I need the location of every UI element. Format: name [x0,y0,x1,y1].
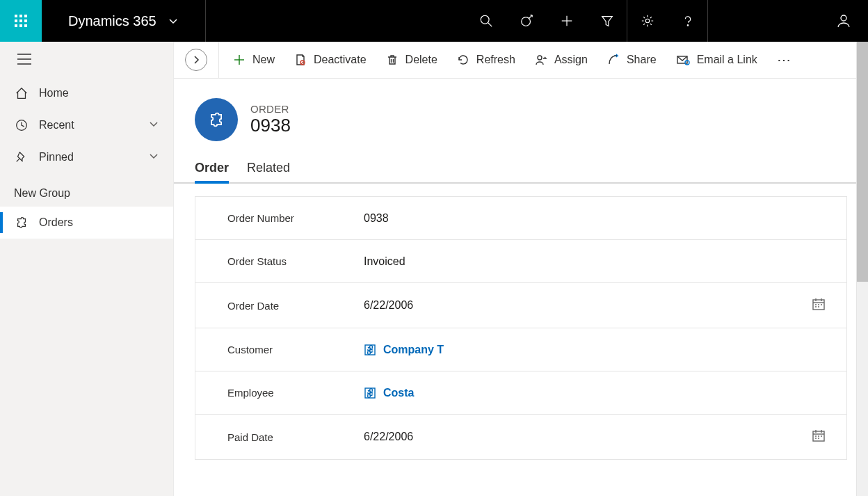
deactivate-button[interactable]: Deactivate [284,48,376,72]
lookup-link[interactable]: Company T [383,344,444,356]
topbar-actions [466,0,868,42]
calendar-icon[interactable] [812,297,826,314]
command-label: New [252,54,275,66]
sidebar-item-orders[interactable]: Orders [0,207,173,239]
brand-title[interactable]: Dynamics 365 [42,0,206,42]
person-icon [836,13,851,29]
sidebar-item-label: Home [39,87,69,99]
sidebar-group-label: New Group [0,173,173,207]
chevron-down-icon [148,150,159,164]
search-button[interactable] [466,0,506,42]
field-order-status[interactable]: Order Status Invoiced [195,240,846,283]
record-avatar [195,98,238,141]
command-bar: New Deactivate Delete Refresh Assign Sha… [174,42,868,79]
settings-button[interactable] [627,0,668,42]
email-link-button[interactable]: Email a Link [666,48,767,72]
scrollbar[interactable] [856,42,868,496]
svg-line-10 [488,23,492,26]
svg-rect-8 [24,24,27,27]
svg-rect-3 [15,19,17,22]
svg-rect-2 [24,15,27,17]
hamburger-icon [17,53,32,65]
sitemap-toggle-button[interactable] [0,53,173,77]
svg-marker-17 [602,17,612,26]
puzzle-icon [14,215,29,230]
form-panel: Order Number 0938 Order Status Invoiced … [195,196,847,460]
record-title: 0938 [250,115,291,136]
puzzle-icon [207,111,225,129]
command-bar-separator [218,42,219,79]
svg-rect-0 [15,15,17,17]
tab-label: Order [195,161,229,175]
sidebar-item-pinned[interactable]: Pinned [0,141,173,173]
new-button[interactable]: New [223,48,284,72]
clock-icon [14,118,29,133]
field-value: 6/22/2006 [364,431,413,443]
field-order-date[interactable]: Order Date 6/22/2006 [195,283,846,328]
assign-button[interactable]: Assign [525,48,597,72]
record-header: ORDER 0938 [174,79,868,155]
user-profile-button[interactable] [708,0,868,42]
advanced-find-button[interactable] [587,0,627,42]
deactivate-icon [294,54,307,66]
field-order-number[interactable]: Order Number 0938 [195,197,846,240]
svg-point-9 [481,15,489,24]
trash-icon [386,54,399,66]
home-icon [14,86,29,101]
share-button[interactable]: Share [597,48,666,72]
field-customer[interactable]: Customer Company T [195,328,846,371]
lookup-link[interactable]: Costa [383,387,414,399]
field-label: Order Status [227,255,364,267]
search-icon [479,14,493,28]
help-button[interactable] [668,0,708,42]
field-employee[interactable]: Employee Costa [195,371,846,415]
command-label: Refresh [476,54,515,66]
plus-icon [233,54,246,66]
sidebar-item-label: Recent [39,119,74,131]
assign-icon [535,54,547,66]
command-label: Delete [405,54,437,66]
sidebar-item-home[interactable]: Home [0,77,173,109]
quick-create-button[interactable] [547,0,587,42]
svg-rect-7 [19,24,22,27]
sidebar: Home Recent Pinned New Group Orders [0,42,174,496]
calendar-icon[interactable] [812,429,826,445]
sidebar-item-recent[interactable]: Recent [0,109,173,141]
svg-point-20 [841,15,846,21]
chevron-down-icon [148,118,159,132]
app-launcher-button[interactable] [0,0,42,42]
svg-rect-6 [15,24,17,27]
field-label: Order Number [227,212,364,224]
command-label: Assign [554,54,588,66]
tab-label: Related [247,161,290,175]
email-icon [676,54,690,66]
task-flow-button[interactable] [506,0,547,42]
field-paid-date[interactable]: Paid Date 6/22/2006 [195,415,846,459]
scrollbar-thumb[interactable] [857,42,868,282]
share-icon [607,54,620,66]
svg-line-12 [529,15,532,19]
svg-rect-4 [19,19,22,22]
refresh-button[interactable]: Refresh [447,48,525,72]
svg-point-19 [687,25,688,26]
sidebar-item-label: Pinned [39,151,74,163]
field-value: Invoiced [364,255,826,268]
field-value: 0938 [364,212,826,225]
refresh-icon [457,54,469,66]
field-value: 6/22/2006 [364,299,413,312]
more-commands-button[interactable]: ⋯ [767,46,802,74]
lookup-icon [364,387,376,399]
lookup-icon [364,344,376,356]
gear-icon [641,14,654,28]
main-content: New Deactivate Delete Refresh Assign Sha… [174,42,868,496]
field-label: Employee [227,387,364,399]
back-button[interactable] [185,49,207,71]
field-label: Customer [227,344,364,355]
command-label: Share [627,54,657,66]
plus-icon [560,14,574,28]
tab-order[interactable]: Order [195,155,229,182]
global-topbar: Dynamics 365 [0,0,868,42]
delete-button[interactable]: Delete [376,48,447,72]
tab-related[interactable]: Related [247,155,290,182]
svg-point-29 [538,56,542,60]
